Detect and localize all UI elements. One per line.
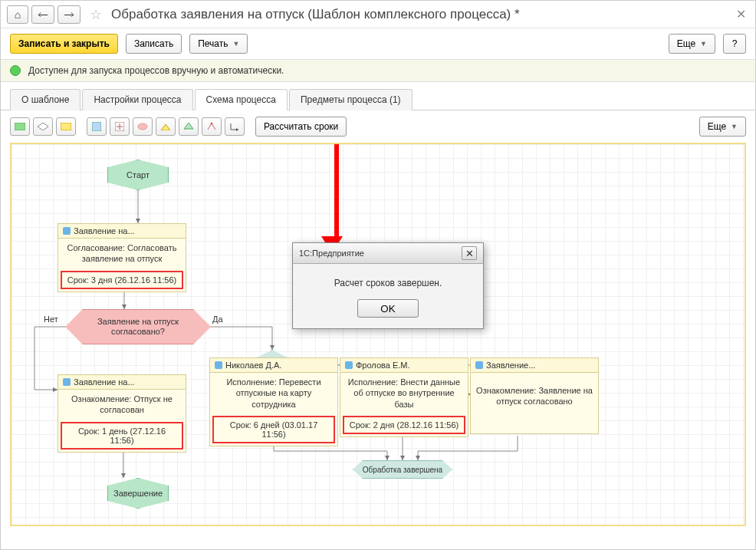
task-head: Заявление на...	[74, 226, 135, 235]
titlebar: ⌂ 🡐 🡒 ☆ Обработка заявления на отпуск (Ш…	[1, 1, 755, 28]
dialog-close-button[interactable]: ✕	[462, 246, 477, 260]
process-canvas[interactable]: Старт Заявление на... Согласование: Согл…	[10, 143, 746, 526]
decision-no-label: Нет	[44, 315, 58, 324]
favorite-star-icon[interactable]: ☆	[90, 6, 105, 23]
dialog-body: Расчет сроков завершен. OK	[293, 264, 483, 328]
task-node-notify[interactable]: Заявление... Ознакомление: Заявление на …	[470, 357, 599, 434]
dialog-message: Расчет сроков завершен.	[304, 278, 472, 288]
tabs: О шаблоне Настройки процесса Схема проце…	[1, 82, 755, 110]
forward-button[interactable]: 🡒	[58, 5, 81, 24]
svg-marker-8	[161, 124, 170, 130]
task-body: Ознакомление: Заявление на отпуск соглас…	[471, 373, 598, 411]
task-node-hr[interactable]: Фролова Е.М. Исполнение: Внести данные о…	[340, 357, 468, 437]
more-button[interactable]: Еще▼	[669, 34, 715, 54]
task-deadline: Срок: 1 день (27.12.16 11:56)	[61, 422, 183, 450]
tool-shape4[interactable]	[87, 117, 107, 136]
svg-marker-11	[236, 128, 238, 131]
tab-about[interactable]: О шаблоне	[10, 89, 81, 110]
svg-rect-2	[61, 123, 71, 130]
svg-marker-1	[38, 123, 48, 130]
status-text: Доступен для запуска процессов вручную и…	[28, 65, 284, 76]
decision-label: Заявление на отпуск согласовано?	[81, 317, 195, 337]
status-bar: Доступен для запуска процессов вручную и…	[1, 59, 755, 82]
dialog: 1С:Предприятие ✕ Расчет сроков завершен.…	[292, 242, 484, 329]
command-bar: Записать и закрыть Записать Печать▼ Еще▼…	[1, 28, 755, 59]
print-label: Печать	[198, 38, 228, 49]
task-node-payroll[interactable]: Николаев Д.А. Исполнение: Перевести отпу…	[209, 357, 338, 446]
toolbar-more-label: Еще	[708, 121, 726, 132]
svg-marker-9	[184, 123, 193, 129]
help-button[interactable]: ?	[723, 34, 746, 54]
calculate-deadlines-button[interactable]: Рассчитать сроки	[255, 117, 347, 137]
chevron-down-icon: ▼	[700, 40, 707, 48]
task-head: Заявление...	[486, 361, 535, 370]
toolbar-more-button[interactable]: Еще▼	[699, 117, 746, 137]
task-deadline: Срок: 6 дней (03.01.17 11:56)	[212, 416, 335, 443]
node-start[interactable]: Старт	[107, 160, 169, 190]
svg-point-10	[211, 123, 213, 125]
tool-shape7[interactable]	[156, 117, 176, 136]
task-deadline: Срок: 3 дня (26.12.16 11:56)	[61, 271, 183, 289]
start-label: Старт	[127, 170, 150, 179]
svg-rect-0	[15, 123, 25, 130]
user-icon	[63, 227, 71, 235]
task-head: Николаев Д.А.	[225, 361, 281, 370]
user-icon	[475, 361, 483, 369]
tab-settings[interactable]: Настройки процесса	[82, 89, 192, 110]
close-button[interactable]: ✕	[733, 4, 749, 25]
tool-shape2[interactable]	[33, 117, 53, 136]
tool-shape9[interactable]	[202, 117, 222, 136]
status-indicator-icon	[10, 65, 21, 76]
annotation-arrow	[330, 144, 343, 253]
tool-shape3[interactable]	[56, 117, 76, 136]
tool-connector[interactable]	[225, 117, 245, 136]
tool-shape5[interactable]	[110, 117, 130, 136]
task-node-rejected[interactable]: Заявление на... Ознакомление: Отпуск не …	[58, 374, 186, 453]
chevron-down-icon: ▼	[731, 123, 738, 130]
svg-rect-3	[92, 122, 101, 131]
task-node-approval[interactable]: Заявление на... Согласование: Согласоват…	[58, 223, 186, 292]
tab-scheme[interactable]: Схема процесса	[195, 89, 288, 110]
tool-shape6[interactable]	[133, 117, 153, 136]
decision-yes-label: Да	[212, 315, 223, 324]
tool-shape1[interactable]	[10, 117, 30, 136]
task-body: Ознакомление: Отпуск не согласован	[58, 390, 186, 420]
save-button[interactable]: Записать	[126, 34, 182, 54]
scheme-toolbar: Рассчитать сроки Еще▼	[1, 110, 755, 143]
tool-shape8[interactable]	[179, 117, 199, 136]
chevron-down-icon: ▼	[233, 40, 240, 48]
end-label: Завершение	[113, 489, 163, 498]
task-head: Заявление на...	[74, 377, 135, 387]
tab-subjects[interactable]: Предметы процесса (1)	[289, 89, 413, 110]
dialog-titlebar: 1С:Предприятие ✕	[293, 243, 483, 264]
node-end[interactable]: Завершение	[107, 478, 169, 509]
task-deadline: Срок: 2 дня (28.12.16 11:56)	[343, 416, 465, 434]
user-icon	[345, 361, 353, 369]
window-title: Обработка заявления на отпуск (Шаблон ко…	[111, 7, 520, 22]
task-body: Согласование: Согласовать заявление на о…	[58, 239, 186, 268]
window: ⌂ 🡐 🡒 ☆ Обработка заявления на отпуск (Ш…	[0, 0, 756, 550]
merge-label: Обработка завершена	[363, 466, 442, 474]
decision-node[interactable]: Заявление на отпуск согласовано?	[65, 309, 211, 344]
task-head: Фролова Е.М.	[356, 361, 410, 370]
svg-point-7	[138, 124, 147, 130]
task-body: Исполнение: Перевести отпускные на карту…	[210, 373, 337, 413]
back-button[interactable]: 🡐	[31, 5, 54, 24]
save-and-close-button[interactable]: Записать и закрыть	[10, 34, 118, 54]
dialog-ok-button[interactable]: OK	[357, 299, 419, 318]
more-label: Еще	[677, 38, 695, 49]
user-icon	[215, 361, 222, 369]
print-button[interactable]: Печать▼	[189, 34, 248, 54]
merge-node[interactable]: Обработка завершена	[353, 460, 452, 479]
task-body: Исполнение: Внести данные об отпуске во …	[340, 373, 468, 413]
home-button[interactable]: ⌂	[7, 5, 28, 24]
dialog-title: 1С:Предприятие	[299, 249, 364, 258]
user-icon	[63, 378, 71, 386]
